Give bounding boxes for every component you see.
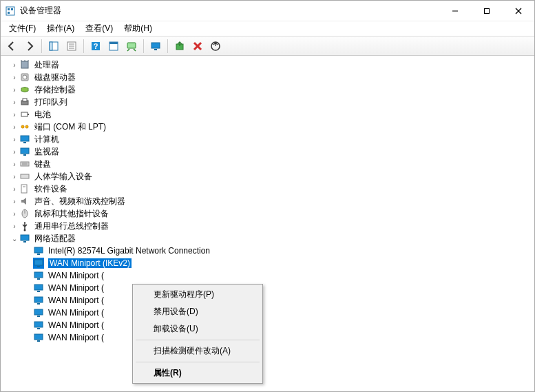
ctx-separator (136, 362, 260, 362)
network-adapter-icon (33, 320, 44, 331)
toolbar-separator (167, 39, 168, 53)
svg-rect-63 (37, 316, 40, 317)
chevron-right-icon[interactable]: › (10, 223, 19, 230)
svg-rect-53 (37, 254, 40, 255)
tree-item[interactable]: ›键盘 (1, 158, 534, 170)
toolbar-showhide-button[interactable] (45, 39, 62, 54)
chevron-right-icon[interactable]: › (10, 74, 19, 81)
tree-item[interactable]: WAN Miniport ( (1, 319, 534, 331)
svg-rect-60 (34, 297, 43, 302)
tree-item[interactable]: WAN Miniport ( (1, 331, 534, 344)
svg-point-30 (23, 75, 27, 79)
chevron-right-icon[interactable]: › (10, 173, 19, 180)
tree-item[interactable]: ›打印队列 (1, 96, 534, 108)
svg-rect-5 (485, 9, 490, 14)
window-title: 设备管理器 (20, 5, 439, 17)
tree-item[interactable]: ›端口 (COM 和 LPT) (1, 121, 534, 133)
chevron-right-icon[interactable]: › (10, 123, 19, 131)
menu-view[interactable]: 查看(V) (80, 21, 118, 36)
tree-item-label: WAN Miniport ( (48, 308, 104, 318)
chevron-right-icon[interactable]: › (10, 198, 19, 205)
svg-rect-33 (21, 112, 28, 116)
close-button[interactable] (503, 1, 534, 21)
toolbar-properties-button[interactable] (63, 39, 80, 54)
network-adapter-icon (33, 258, 44, 269)
tree-item[interactable]: ›通用串行总线控制器 (1, 220, 534, 232)
chevron-right-icon[interactable]: › (10, 99, 19, 106)
svg-rect-2 (11, 8, 13, 10)
tree-item[interactable]: ›电池 (1, 108, 534, 121)
tree-item-label: 存储控制器 (34, 84, 76, 96)
toolbar-monitor-button[interactable] (147, 39, 164, 54)
device-category-icon (19, 146, 30, 157)
tree-item[interactable]: WAN Miniport ( (1, 307, 534, 319)
toolbar-disable-button[interactable] (189, 39, 206, 54)
chevron-right-icon[interactable]: › (10, 210, 19, 218)
maximize-button[interactable] (471, 1, 503, 21)
tree-item[interactable]: WAN Miniport ( (1, 269, 534, 282)
tree-item-label: WAN Miniport ( (48, 271, 104, 280)
svg-rect-57 (37, 278, 40, 280)
minimize-button[interactable] (439, 1, 471, 21)
svg-rect-1 (8, 8, 10, 10)
toolbar-separator (143, 39, 144, 53)
tree-item-label: 处理器 (34, 59, 59, 71)
ctx-properties[interactable]: 属性(R) (134, 364, 261, 382)
tree-item-label: 打印队列 (34, 96, 67, 108)
menu-help[interactable]: 帮助(H) (118, 21, 158, 36)
ctx-disable-device[interactable]: 禁用设备(D) (134, 303, 261, 320)
tree-item-label: 计算机 (34, 134, 59, 145)
toolbar-scan-button[interactable] (207, 39, 224, 54)
tree-item[interactable]: ›计算机 (1, 133, 534, 145)
device-category-icon (19, 84, 30, 95)
menu-action[interactable]: 操作(A) (41, 21, 80, 36)
svg-rect-56 (34, 272, 43, 278)
menu-file[interactable]: 文件(F) (3, 21, 41, 36)
chevron-right-icon[interactable]: › (10, 136, 19, 143)
device-category-icon (19, 208, 30, 219)
tree-item[interactable]: ›软件设备 (1, 183, 534, 195)
toolbar-update-driver-button[interactable] (171, 39, 188, 54)
svg-rect-65 (37, 328, 40, 329)
chevron-right-icon[interactable]: › (10, 86, 19, 94)
toolbar-back-button[interactable] (3, 39, 20, 54)
tree-item[interactable]: ›人体学输入设备 (1, 170, 534, 183)
chevron-right-icon[interactable]: › (10, 185, 19, 193)
tree-item[interactable]: Intel(R) 82574L Gigabit Network Connecti… (1, 245, 534, 257)
tree-item[interactable]: ›声音、视频和游戏控制器 (1, 195, 534, 207)
chevron-right-icon[interactable]: › (10, 111, 19, 118)
chevron-right-icon[interactable]: › (10, 148, 19, 156)
chevron-right-icon[interactable]: › (10, 161, 19, 168)
svg-rect-17 (109, 42, 118, 44)
tree-item[interactable]: ›处理器 (1, 59, 534, 71)
tree-item[interactable]: ›监视器 (1, 145, 534, 158)
svg-rect-51 (23, 241, 26, 243)
toolbar-forward-button[interactable] (21, 39, 38, 54)
tree-item-label: 网络适配器 (34, 233, 76, 245)
tree-item[interactable]: WAN Miniport ( (1, 294, 534, 307)
tree-item-label: 磁盘驱动器 (34, 72, 76, 83)
tree-item[interactable]: ⌄网络适配器 (1, 232, 534, 245)
chevron-right-icon[interactable]: › (10, 61, 19, 69)
ctx-uninstall-device[interactable]: 卸载设备(U) (134, 320, 261, 338)
tree-item[interactable]: ›鼠标和其他指针设备 (1, 207, 534, 220)
svg-rect-61 (37, 303, 40, 305)
tree-item[interactable]: WAN Miniport (IKEv2) (1, 257, 534, 269)
ctx-scan-changes[interactable]: 扫描检测硬件改动(A) (134, 342, 261, 360)
tree-item[interactable]: ›磁盘驱动器 (1, 71, 534, 83)
tree-item-label: 人体学输入设备 (34, 171, 92, 183)
chevron-down-icon[interactable]: ⌄ (10, 235, 19, 243)
svg-rect-41 (21, 162, 29, 166)
toolbar-refresh-button[interactable] (123, 39, 140, 54)
tree-item[interactable]: ›存储控制器 (1, 83, 534, 96)
toolbar-help-button[interactable]: ? (87, 39, 104, 54)
svg-rect-9 (50, 42, 52, 50)
device-tree[interactable]: ›处理器›磁盘驱动器›存储控制器›打印队列›电池›端口 (COM 和 LPT)›… (1, 56, 534, 391)
toolbar-action-button[interactable] (105, 39, 122, 54)
device-category-icon (19, 121, 30, 132)
tree-item-label: 键盘 (34, 158, 51, 170)
ctx-update-driver[interactable]: 更新驱动程序(P) (134, 286, 261, 303)
tree-item[interactable]: WAN Miniport ( (1, 282, 534, 294)
svg-text:?: ? (94, 42, 98, 50)
svg-rect-45 (21, 185, 27, 193)
